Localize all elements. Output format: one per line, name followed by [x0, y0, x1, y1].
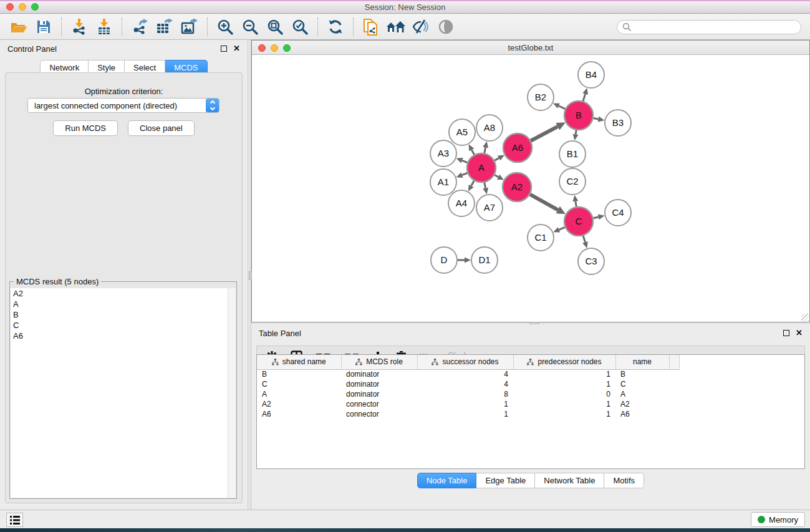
- import-table-icon[interactable]: [92, 16, 117, 37]
- network-graph[interactable]: B4B2BB3A8A5A6A3B1AA1C2A2A4A7C4CC1C3DD1: [252, 55, 809, 322]
- main-toolbar: [0, 14, 810, 40]
- node-D[interactable]: D: [431, 247, 457, 273]
- float-panel-icon[interactable]: [221, 46, 227, 52]
- node-A6[interactable]: A6: [503, 133, 532, 162]
- node-A4[interactable]: A4: [448, 190, 475, 216]
- table-row[interactable]: A6connector11A6: [257, 409, 679, 419]
- edge-A-A1[interactable]: [456, 172, 468, 177]
- network-window-title-bar[interactable]: testGlobe.txt: [252, 41, 809, 55]
- node-C3[interactable]: C3: [578, 248, 604, 274]
- edge-D-D1[interactable]: [458, 258, 471, 263]
- run-mcds-button[interactable]: Run MCDS: [53, 120, 118, 136]
- edge-B-B3[interactable]: [594, 117, 605, 122]
- node-B4[interactable]: B4: [578, 62, 604, 88]
- zoom-fit-icon[interactable]: [263, 16, 287, 37]
- node-table[interactable]: shared nameMCDS rolesuccessor nodesprede…: [256, 354, 805, 469]
- column-header[interactable]: shared name: [257, 355, 341, 369]
- import-network-icon[interactable]: [67, 16, 92, 37]
- edge-A6-B[interactable]: [531, 122, 566, 141]
- edge-A2-C[interactable]: [530, 195, 566, 215]
- home-view-icon[interactable]: [383, 16, 408, 37]
- node-A5[interactable]: A5: [449, 119, 475, 145]
- mcds-result-list[interactable]: A2ABCA6: [11, 288, 236, 498]
- result-item[interactable]: A2: [11, 288, 236, 299]
- node-B2[interactable]: B2: [528, 84, 554, 110]
- result-item[interactable]: A6: [11, 331, 236, 341]
- node-C1[interactable]: C1: [528, 225, 554, 251]
- table-row[interactable]: Bdominator41B: [257, 369, 679, 379]
- table-row[interactable]: Adominator80A: [257, 389, 679, 399]
- tab-network-table[interactable]: Network Table: [535, 473, 604, 488]
- result-scrollbar[interactable]: [228, 288, 236, 498]
- edge-C-C3[interactable]: [582, 236, 588, 248]
- node-C2[interactable]: C2: [559, 168, 586, 195]
- edge-A-A4[interactable]: [468, 181, 474, 191]
- node-B[interactable]: B: [564, 101, 593, 130]
- open-file-icon[interactable]: [6, 16, 31, 37]
- desktop-background: [0, 528, 810, 532]
- table-row[interactable]: Cdominator41C: [257, 379, 679, 389]
- tab-motifs[interactable]: Motifs: [604, 473, 644, 488]
- export-network-icon[interactable]: [127, 16, 152, 37]
- close-table-panel-icon[interactable]: ✕: [796, 330, 803, 336]
- result-item[interactable]: A: [11, 299, 236, 309]
- column-header[interactable]: predecessor nodes: [513, 355, 615, 369]
- node-D1[interactable]: D1: [471, 247, 498, 273]
- zoom-in-icon[interactable]: [213, 16, 238, 37]
- mcds-result-title: MCDS result (5 nodes): [14, 277, 101, 286]
- node-A2[interactable]: A2: [503, 173, 531, 201]
- edge-A-A6[interactable]: [494, 155, 504, 161]
- edge-B-B1[interactable]: [573, 130, 579, 141]
- export-table-icon[interactable]: [152, 16, 177, 37]
- edge-C-C2[interactable]: [572, 195, 578, 207]
- refresh-icon[interactable]: [323, 16, 348, 37]
- resize-grip-icon[interactable]: [801, 314, 809, 321]
- task-history-button[interactable]: [6, 513, 23, 527]
- node-C4[interactable]: C4: [605, 200, 631, 226]
- node-B1[interactable]: B1: [559, 141, 586, 167]
- hide-graphics-icon[interactable]: [408, 16, 433, 37]
- result-item[interactable]: C: [11, 320, 236, 331]
- save-session-icon[interactable]: [31, 16, 56, 37]
- status-bar: Memory: [0, 510, 810, 528]
- close-panel-icon[interactable]: ✕: [233, 46, 240, 52]
- node-C[interactable]: C: [564, 207, 593, 236]
- edge-A-A2[interactable]: [494, 175, 504, 180]
- criterion-dropdown-value: largest connected component (directed): [28, 101, 206, 110]
- edge-C-C4[interactable]: [593, 215, 604, 220]
- show-graphics-icon[interactable]: [433, 16, 458, 37]
- search-box[interactable]: [617, 20, 801, 34]
- edge-A-A8[interactable]: [483, 142, 488, 153]
- table-panel-title: Table Panel: [259, 329, 301, 338]
- memory-button[interactable]: Memory: [751, 512, 805, 527]
- tab-edge-table[interactable]: Edge Table: [476, 473, 535, 488]
- edge-B-B2[interactable]: [553, 103, 565, 109]
- node-B3[interactable]: B3: [605, 110, 631, 136]
- float-table-panel-icon[interactable]: [783, 330, 789, 336]
- node-A1[interactable]: A1: [430, 169, 456, 195]
- criterion-dropdown[interactable]: largest connected component (directed): [27, 98, 219, 113]
- node-A3[interactable]: A3: [430, 140, 456, 167]
- zoom-out-icon[interactable]: [238, 16, 263, 37]
- zoom-selected-icon[interactable]: [287, 16, 312, 37]
- edge-C-C1[interactable]: [553, 227, 565, 232]
- tab-node-table[interactable]: Node Table: [417, 473, 477, 488]
- node-A[interactable]: A: [467, 153, 496, 182]
- column-header[interactable]: successor nodes: [417, 355, 513, 369]
- column-header[interactable]: MCDS role: [341, 355, 417, 369]
- edge-A-A3[interactable]: [456, 158, 468, 163]
- left-scroll-handle[interactable]: [249, 271, 252, 280]
- edge-A-A5[interactable]: [469, 144, 475, 155]
- edge-A-A7[interactable]: [483, 183, 488, 195]
- close-panel-button[interactable]: Close panel: [128, 120, 195, 136]
- result-item[interactable]: B: [11, 309, 236, 320]
- column-header[interactable]: name: [615, 355, 669, 369]
- table-row[interactable]: A2connector11A2: [257, 399, 679, 409]
- network-canvas[interactable]: B4B2BB3A8A5A6A3B1AA1C2A2A4A7C4CC1C3DD1: [252, 55, 809, 322]
- node-A8[interactable]: A8: [476, 115, 503, 141]
- edge-B-B4[interactable]: [582, 88, 588, 101]
- search-input[interactable]: [632, 22, 796, 31]
- node-A7[interactable]: A7: [476, 195, 503, 221]
- export-image-icon[interactable]: [177, 16, 202, 37]
- copy-network-icon[interactable]: [359, 16, 383, 37]
